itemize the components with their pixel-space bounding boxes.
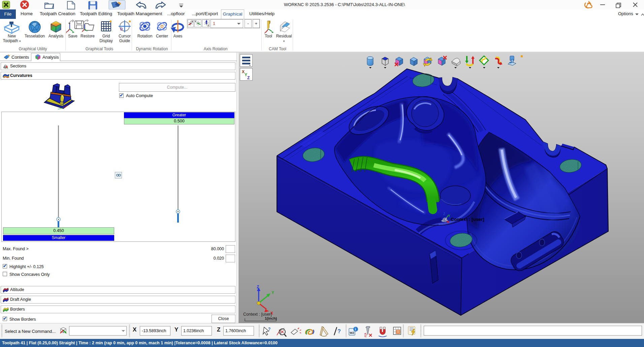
- svg-text:Context : [user]: Context : [user]: [243, 312, 272, 317]
- svg-text:X: X: [191, 20, 193, 23]
- svg-text:?: ?: [337, 328, 341, 334]
- svg-text:Z: Z: [257, 285, 259, 289]
- svg-text:Y: Y: [195, 20, 197, 23]
- svg-text:z: z: [207, 24, 209, 27]
- svg-text:Context : [user]: Context : [user]: [451, 217, 484, 222]
- svg-text:Z: Z: [443, 212, 445, 216]
- svg-text:Y: Y: [448, 214, 450, 218]
- svg-text:i: i: [355, 327, 356, 331]
- svg-text:WZ: WZ: [350, 331, 354, 335]
- svg-text:1(inch): 1(inch): [265, 316, 277, 320]
- svg-text:Y: Y: [245, 73, 247, 77]
- svg-text:Y: Y: [271, 290, 274, 295]
- svg-text:X: X: [242, 69, 245, 74]
- svg-text:?: ?: [268, 327, 270, 331]
- svg-text:D: D: [120, 27, 123, 31]
- svg-text:Z: Z: [247, 76, 250, 80]
